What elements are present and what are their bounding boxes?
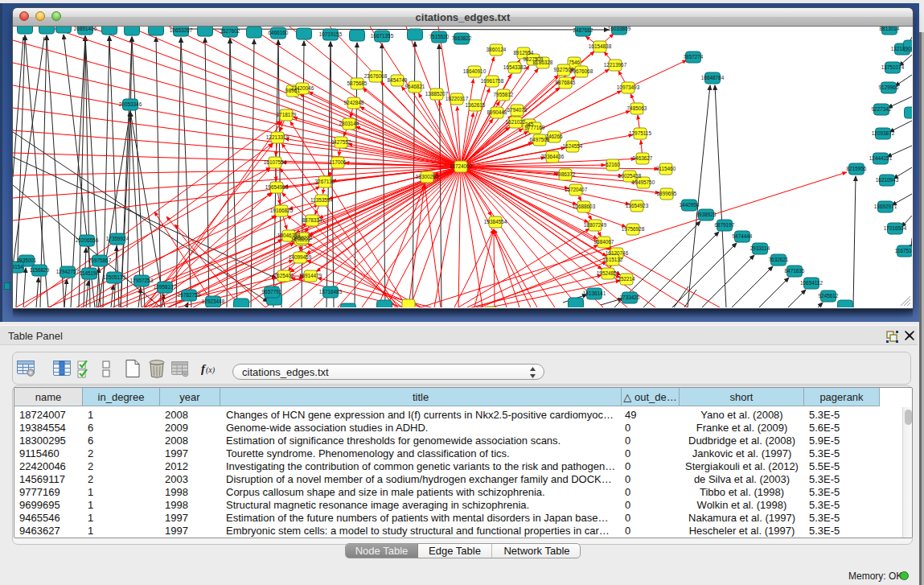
svg-text:5875685: 5875685 bbox=[347, 80, 368, 86]
svg-text:10653267: 10653267 bbox=[170, 27, 193, 33]
svg-text:1621022: 1621022 bbox=[506, 119, 526, 125]
svg-text:18220317: 18220317 bbox=[446, 96, 469, 101]
svg-text:12093872: 12093872 bbox=[872, 130, 895, 136]
svg-text:1167534: 1167534 bbox=[895, 248, 912, 253]
svg-text:9115460: 9115460 bbox=[656, 166, 676, 171]
svg-text:8990448: 8990448 bbox=[487, 109, 507, 115]
svg-text:16914479: 16914479 bbox=[299, 273, 322, 278]
svg-text:6899695: 6899695 bbox=[657, 191, 677, 196]
svg-text:1145194: 1145194 bbox=[80, 270, 100, 276]
svg-text:13716485: 13716485 bbox=[319, 289, 343, 295]
svg-text:13692971: 13692971 bbox=[874, 204, 897, 209]
svg-text:12213967: 12213967 bbox=[604, 62, 627, 68]
svg-text:16543382: 16543382 bbox=[503, 64, 527, 70]
svg-text:7546: 7546 bbox=[569, 60, 581, 65]
svg-text:1615132: 1615132 bbox=[603, 257, 623, 262]
svg-text:39154: 39154 bbox=[13, 264, 23, 270]
svg-text:8454749: 8454749 bbox=[388, 77, 408, 83]
svg-text:1440954: 1440954 bbox=[680, 202, 700, 208]
svg-text:23420046: 23420046 bbox=[291, 85, 314, 91]
svg-text:13495750: 13495750 bbox=[632, 179, 655, 185]
svg-text:17016504: 17016504 bbox=[884, 225, 907, 231]
svg-text:16648784: 16648784 bbox=[701, 75, 725, 80]
svg-text:19654963: 19654963 bbox=[265, 184, 289, 190]
svg-text:9384067: 9384067 bbox=[594, 239, 614, 245]
svg-text:19384554: 19384554 bbox=[484, 219, 507, 225]
svg-text:(x): (x) bbox=[206, 365, 216, 375]
svg-text:7986372: 7986372 bbox=[556, 171, 576, 177]
svg-text:2487682: 2487682 bbox=[573, 27, 593, 33]
svg-text:16033809: 16033809 bbox=[608, 27, 631, 31]
svg-text:9777169: 9777169 bbox=[525, 125, 545, 130]
svg-text:8471636: 8471636 bbox=[785, 268, 805, 274]
svg-text:1733426: 1733426 bbox=[620, 295, 640, 300]
svg-text:8938923: 8938923 bbox=[696, 212, 717, 217]
svg-text:8215956: 8215956 bbox=[847, 166, 867, 171]
svg-text:12975115: 12975115 bbox=[629, 130, 651, 136]
svg-text:14136141: 14136141 bbox=[583, 290, 606, 296]
svg-text:8912954: 8912954 bbox=[514, 50, 534, 56]
svg-text:16782759: 16782759 bbox=[178, 292, 201, 298]
svg-text:10654112: 10654112 bbox=[800, 280, 823, 286]
svg-text:6794078: 6794078 bbox=[507, 107, 528, 113]
svg-text:62160: 62160 bbox=[606, 162, 620, 167]
svg-text:20364436: 20364436 bbox=[541, 154, 565, 159]
svg-text:29676068: 29676068 bbox=[570, 68, 593, 74]
svg-text:746266: 746266 bbox=[545, 134, 563, 139]
svg-text:7625402: 7625402 bbox=[274, 273, 294, 278]
svg-text:7515520: 7515520 bbox=[429, 34, 450, 39]
svg-text:3860124: 3860124 bbox=[487, 47, 507, 52]
svg-text:7857274: 7857274 bbox=[684, 54, 704, 60]
svg-text:8878334: 8878334 bbox=[302, 217, 322, 223]
svg-text:16961758: 16961758 bbox=[481, 78, 504, 84]
svg-text:7632621: 7632621 bbox=[769, 257, 789, 262]
svg-text:10025438: 10025438 bbox=[618, 173, 642, 179]
svg-text:1624554: 1624554 bbox=[563, 143, 583, 149]
svg-text:9646821: 9646821 bbox=[405, 84, 425, 89]
svg-text:20975867: 20975867 bbox=[88, 257, 112, 263]
svg-text:3498222: 3498222 bbox=[293, 235, 313, 241]
svg-text:10719155: 10719155 bbox=[319, 31, 343, 37]
svg-text:8876845: 8876845 bbox=[556, 80, 576, 85]
svg-text:20206556: 20206556 bbox=[76, 237, 99, 243]
svg-text:3267130: 3267130 bbox=[315, 179, 335, 184]
svg-text:9427552: 9427552 bbox=[331, 139, 351, 145]
svg-text:2933114: 2933114 bbox=[750, 245, 770, 251]
svg-text:16107554: 16107554 bbox=[264, 159, 287, 165]
svg-text:18807249: 18807249 bbox=[584, 222, 607, 228]
svg-text:16671355: 16671355 bbox=[371, 33, 394, 39]
svg-text:8813014: 8813014 bbox=[880, 27, 900, 31]
svg-text:20053346: 20053346 bbox=[119, 101, 142, 107]
svg-text:6466160: 6466160 bbox=[269, 30, 289, 35]
svg-text:11353594: 11353594 bbox=[310, 197, 333, 203]
svg-text:18724007: 18724007 bbox=[450, 163, 473, 169]
svg-text:1527602: 1527602 bbox=[220, 28, 240, 34]
svg-text:20891406: 20891406 bbox=[74, 27, 97, 31]
svg-text:12923448: 12923448 bbox=[202, 299, 225, 304]
svg-text:9129966: 9129966 bbox=[879, 84, 899, 90]
svg-text:16154838: 16154838 bbox=[589, 43, 612, 49]
svg-text:252214: 252214 bbox=[618, 276, 635, 282]
svg-text:15720407: 15720407 bbox=[565, 187, 588, 192]
svg-text:13218906: 13218906 bbox=[891, 46, 912, 51]
svg-text:2803144: 2803144 bbox=[339, 121, 359, 126]
svg-text:9463627: 9463627 bbox=[633, 155, 653, 161]
svg-text:12505135: 12505135 bbox=[103, 274, 126, 280]
svg-text:10958107: 10958107 bbox=[154, 284, 177, 290]
svg-text:10973493: 10973493 bbox=[617, 84, 640, 90]
svg-text:19756928: 19756928 bbox=[622, 226, 645, 232]
svg-text:13654923: 13654923 bbox=[626, 203, 649, 208]
svg-text:8186328: 8186328 bbox=[533, 60, 553, 65]
svg-text:1362615: 1362615 bbox=[466, 102, 486, 108]
svg-text:17359924: 17359924 bbox=[106, 236, 129, 241]
svg-text:18640910: 18640910 bbox=[463, 68, 487, 74]
svg-text:23676068: 23676068 bbox=[364, 73, 388, 79]
svg-text:17957253: 17957253 bbox=[130, 278, 154, 283]
svg-text:9657791: 9657791 bbox=[262, 289, 282, 295]
svg-text:2718179: 2718179 bbox=[277, 112, 297, 117]
svg-text:19166825: 19166825 bbox=[270, 208, 294, 213]
svg-text:9474444: 9474444 bbox=[733, 233, 753, 239]
svg-text:7485063: 7485063 bbox=[627, 105, 647, 111]
svg-text:7955812: 7955812 bbox=[494, 92, 514, 97]
svg-text:9227342: 9227342 bbox=[872, 106, 892, 112]
